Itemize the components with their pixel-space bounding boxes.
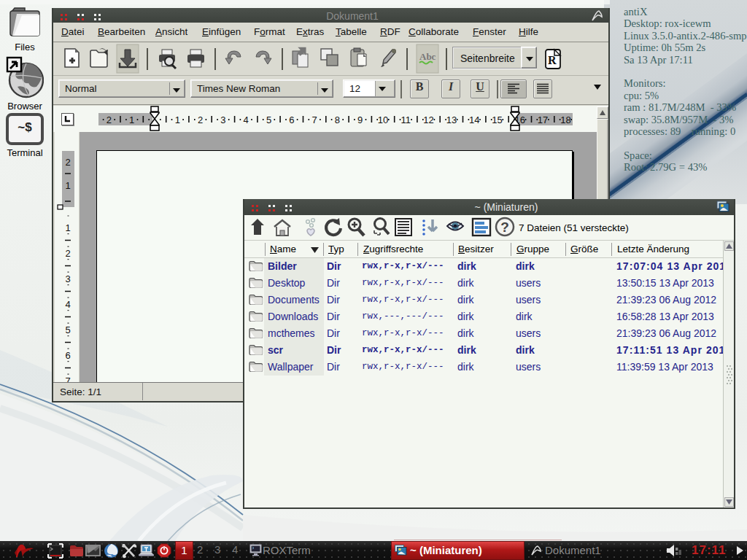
svg-text:2: 2 xyxy=(198,114,203,125)
svg-text:4: 4 xyxy=(244,114,249,125)
svg-text:7 Dateien (51 versteckte): 7 Dateien (51 versteckte) xyxy=(519,222,629,233)
svg-text:18: 18 xyxy=(560,114,570,125)
svg-text:12: 12 xyxy=(423,114,433,125)
svg-text:R: R xyxy=(548,54,557,66)
svg-text:6: 6 xyxy=(65,350,70,361)
svg-text:1: 1 xyxy=(65,222,70,233)
svg-text:5: 5 xyxy=(65,324,70,335)
svg-text:15: 15 xyxy=(492,114,502,125)
svg-text:8: 8 xyxy=(335,114,340,125)
svg-text:14: 14 xyxy=(469,114,479,125)
svg-text:11: 11 xyxy=(401,114,411,125)
svg-text:1: 1 xyxy=(129,114,134,125)
svg-text:1: 1 xyxy=(65,180,70,191)
svg-text:2: 2 xyxy=(65,248,70,259)
svg-text:2: 2 xyxy=(65,157,70,168)
svg-text:5: 5 xyxy=(266,114,271,125)
svg-text:4: 4 xyxy=(65,299,70,310)
svg-text:13: 13 xyxy=(446,114,457,125)
svg-text:17: 17 xyxy=(538,114,548,125)
svg-text:3: 3 xyxy=(220,114,225,125)
svg-text:3: 3 xyxy=(65,273,70,284)
svg-text:7: 7 xyxy=(311,114,317,125)
svg-text:9: 9 xyxy=(357,114,363,125)
svg-text:Abc: Abc xyxy=(419,51,436,62)
svg-text:2: 2 xyxy=(107,114,112,125)
svg-text:~$: ~$ xyxy=(18,120,32,134)
svg-text:1: 1 xyxy=(175,114,180,125)
svg-text:?: ? xyxy=(500,219,509,235)
svg-text:6: 6 xyxy=(289,114,294,125)
svg-text:10: 10 xyxy=(378,114,388,125)
